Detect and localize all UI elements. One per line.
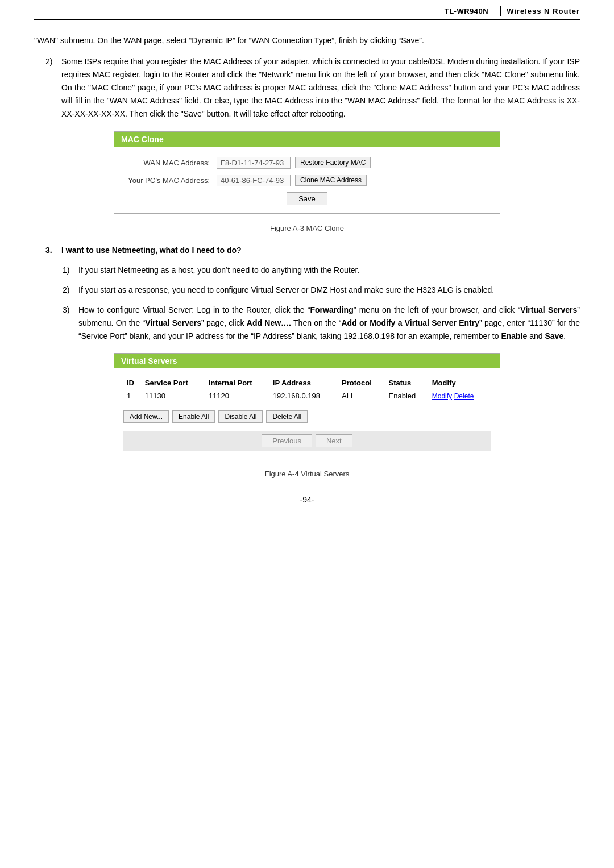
header-divider <box>500 6 501 16</box>
cell-modify: Modify Delete <box>429 389 491 402</box>
col-internal-port: Internal Port <box>205 376 269 389</box>
cell-internal-port: 11120 <box>205 389 269 402</box>
restore-factory-mac-button[interactable]: Restore Factory MAC <box>295 157 371 168</box>
mac-clone-header: MAC Clone <box>114 132 500 147</box>
vs-table: ID Service Port Internal Port IP Address… <box>123 376 491 402</box>
vs-table-header-row: ID Service Port Internal Port IP Address… <box>123 376 491 389</box>
wan-mac-row: WAN MAC Address: Restore Factory MAC <box>126 157 488 169</box>
figure-a3-caption: Figure A-3 MAC Clone <box>34 224 580 232</box>
page-number: -94- <box>34 495 580 504</box>
previous-button[interactable]: Previous <box>262 434 312 447</box>
modify-link[interactable]: Modify <box>432 392 452 400</box>
table-row: 1 11130 11120 192.168.0.198 ALL Enabled … <box>123 389 491 402</box>
virtual-servers-box: Virtual Servers ID Service Port Internal… <box>114 353 500 459</box>
wan-mac-input[interactable] <box>217 157 291 169</box>
cell-id: 1 <box>123 389 142 402</box>
mac-clone-save-button[interactable]: Save <box>287 192 327 205</box>
cell-status: Enabled <box>385 389 429 402</box>
col-protocol: Protocol <box>338 376 385 389</box>
col-status: Status <box>385 376 429 389</box>
enable-all-button[interactable]: Enable All <box>172 410 215 423</box>
wan-mac-label: WAN MAC Address: <box>126 159 217 167</box>
vs-body: ID Service Port Internal Port IP Address… <box>114 368 500 459</box>
list-item-2: 2) Some ISPs require that you register t… <box>34 55 580 121</box>
q3-item-2: 2) If you start as a response, you need … <box>34 284 580 297</box>
q3-item-1: 1) If you start Netmeeting as a host, yo… <box>34 264 580 277</box>
cell-protocol: ALL <box>338 389 385 402</box>
cell-service-port: 11130 <box>142 389 205 402</box>
your-pc-mac-label: Your PC’s MAC Address: <box>126 176 217 185</box>
next-button[interactable]: Next <box>316 434 352 447</box>
q3-item-3-num: 3) <box>63 304 78 343</box>
cell-ip-address: 192.168.0.198 <box>269 389 338 402</box>
header-product: Wireless N Router <box>507 7 580 15</box>
clone-address-button[interactable]: Clone MAC Address <box>295 175 367 186</box>
question-3-wrapper: 3. I want to use Netmeeting, what do I n… <box>34 244 580 257</box>
disable-all-button[interactable]: Disable All <box>218 410 263 423</box>
your-pc-mac-row: Your PC’s MAC Address: Clone MAC Address <box>126 175 488 186</box>
list-content-2: Some ISPs require that you register the … <box>61 55 580 121</box>
vs-header: Virtual Servers <box>114 354 500 368</box>
delete-link[interactable]: Delete <box>454 392 474 400</box>
q3-item-3: 3) How to configure Virtual Server: Log … <box>34 304 580 343</box>
your-pc-mac-input[interactable] <box>217 175 291 186</box>
question-3-text: I want to use Netmeeting, what do I need… <box>61 244 580 257</box>
col-service-port: Service Port <box>142 376 205 389</box>
question-3-num: 3. <box>45 244 61 257</box>
add-new-button[interactable]: Add New... <box>123 410 169 423</box>
list-num-2: 2) <box>45 55 61 121</box>
col-id: ID <box>123 376 142 389</box>
vs-nav-row: Previous Next <box>123 431 491 451</box>
mac-clone-body: WAN MAC Address: Restore Factory MAC You… <box>114 147 500 213</box>
vs-buttons-row: Add New... Enable All Disable All Delete… <box>123 410 491 423</box>
header-model: TL-WR940N <box>445 7 488 15</box>
intro-paragraph: "WAN" submenu. On the WAN page, select “… <box>34 34 580 47</box>
delete-all-button[interactable]: Delete All <box>266 410 308 423</box>
page-header: TL-WR940N Wireless N Router <box>34 0 580 20</box>
q3-item-2-num: 2) <box>63 284 78 297</box>
q3-item-1-num: 1) <box>63 264 78 277</box>
mac-clone-box: MAC Clone WAN MAC Address: Restore Facto… <box>114 131 500 214</box>
q3-item-3-text: How to configure Virtual Server: Log in … <box>78 304 580 343</box>
col-modify: Modify <box>429 376 491 389</box>
figure-a4-caption: Figure A-4 Virtual Servers <box>34 470 580 478</box>
mac-clone-save-row: Save <box>126 192 488 205</box>
q3-item-1-text: If you start Netmeeting as a host, you d… <box>78 264 580 277</box>
q3-item-2-text: If you start as a response, you need to … <box>78 284 580 297</box>
col-ip-address: IP Address <box>269 376 338 389</box>
